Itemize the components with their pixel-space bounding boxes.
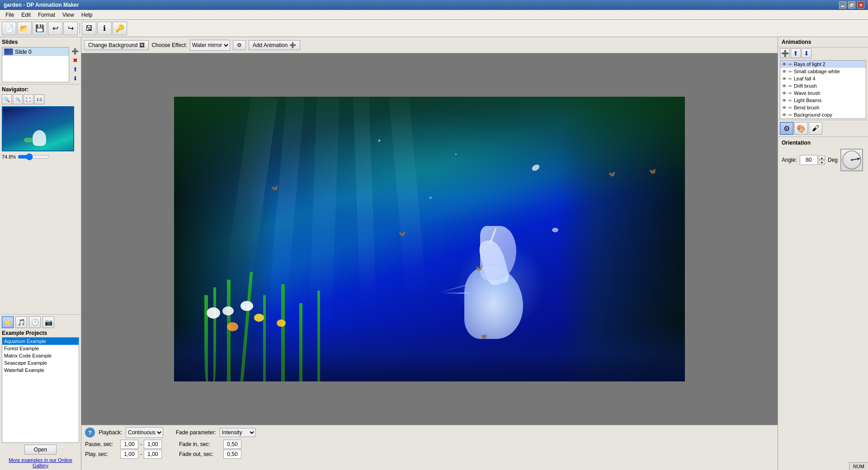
anim-visibility-icon: 👁 xyxy=(782,98,787,103)
key-button[interactable]: 🔑 xyxy=(113,22,127,35)
examples-label: Example Projects xyxy=(2,330,79,336)
zoom-percent: 74.8% xyxy=(2,154,16,160)
examples-list: Aquarium Example Forest Example Matrix C… xyxy=(2,337,79,443)
anim-item-lightbeams[interactable]: 👁 ✏ Light Beams xyxy=(780,97,866,104)
undo-button[interactable]: ↩ xyxy=(48,22,62,35)
play-input-2[interactable] xyxy=(144,450,162,459)
anim-visibility-icon: 👁 xyxy=(782,76,787,81)
menu-help[interactable]: Help xyxy=(78,11,96,19)
new-button[interactable]: 📄 xyxy=(2,22,16,35)
save-button[interactable]: 💾 xyxy=(33,22,47,35)
move-anim-down-button[interactable]: ⬇ xyxy=(802,48,811,58)
example-item-forest[interactable]: Forest Example xyxy=(2,345,79,352)
slides-header: Slides xyxy=(2,39,79,45)
anim-edit-icon: ✏ xyxy=(788,84,792,89)
example-item-aquarium[interactable]: Aquarium Example xyxy=(2,338,79,345)
window-title: garden - DP Animation Maker xyxy=(4,2,79,8)
add-animation-right-button[interactable]: ➕ xyxy=(780,48,790,58)
fade-out-label: Fade out, sec: xyxy=(179,451,220,457)
mode-tab-settings[interactable]: ⚙ xyxy=(780,122,793,135)
anim-name-lightbeams: Light Beams xyxy=(794,98,864,103)
video-icon[interactable]: 📷 xyxy=(42,316,54,328)
close-button[interactable]: ✕ xyxy=(857,1,864,9)
change-background-button[interactable]: Change Background 🖼 xyxy=(84,40,149,50)
favorites-icon[interactable]: ⭐ xyxy=(2,316,14,328)
anim-item-bend[interactable]: 👁 ✏ Bend brush xyxy=(780,104,866,111)
bottom-controls: ? Playback: Continuous Once Ping-pong Fa… xyxy=(81,425,778,470)
redo-button[interactable]: ↪ xyxy=(63,22,78,35)
pause-input-2[interactable] xyxy=(144,440,162,449)
left-panel: Slides Slide 0 ➕ ✖ ⬆ ⬇ Navigator: xyxy=(0,37,81,470)
playback-dropdown[interactable]: Continuous Once Ping-pong xyxy=(126,427,163,438)
fade-in-input[interactable] xyxy=(223,440,241,449)
orientation-dial-svg xyxy=(842,150,862,170)
remove-slide-button[interactable]: ✖ xyxy=(71,56,79,64)
add-slide-button[interactable]: ➕ xyxy=(71,47,79,55)
change-bg-icon: 🖼 xyxy=(139,42,145,48)
zoom-in-button[interactable]: 🔍 xyxy=(2,94,12,104)
menu-view[interactable]: View xyxy=(59,11,78,19)
mode-tab-color[interactable]: 🎨 xyxy=(794,122,808,135)
actual-size-button[interactable]: 1:1 xyxy=(34,94,44,104)
anim-visibility-icon: 👁 xyxy=(782,91,787,96)
anim-visibility-icon: 👁 xyxy=(782,113,787,118)
anim-item-rays[interactable]: 👁 ✏ Rays of light 2 xyxy=(780,61,866,68)
add-animation-button[interactable]: Add Animation ➕ xyxy=(249,40,300,50)
music-icon[interactable]: 🎵 xyxy=(15,316,27,328)
move-slide-up-button[interactable]: ⬆ xyxy=(71,65,79,73)
example-item-seascape[interactable]: Seascape Example xyxy=(2,359,79,367)
anim-visibility-icon: 👁 xyxy=(782,69,787,74)
anim-name-bend: Bend brush xyxy=(794,105,864,110)
anim-visibility-icon: 👁 xyxy=(782,62,787,67)
slides-section: Slides Slide 0 ➕ ✖ ⬆ ⬇ xyxy=(0,37,81,84)
fit-button[interactable]: ⛶ xyxy=(24,94,33,104)
zoom-out-button[interactable]: 🔍 xyxy=(13,94,23,104)
angle-increment-button[interactable]: ▲ xyxy=(819,155,825,160)
clock-icon[interactable]: 🕐 xyxy=(29,316,41,328)
angle-spinner: ▲ ▼ xyxy=(819,155,825,164)
info-button[interactable]: ℹ xyxy=(97,22,112,35)
move-anim-up-button[interactable]: ⬆ xyxy=(791,48,801,58)
move-slide-down-button[interactable]: ⬇ xyxy=(71,74,79,82)
help-button[interactable]: ? xyxy=(85,428,95,437)
anim-edit-icon: ✏ xyxy=(788,105,792,110)
more-examples-link[interactable]: More examples in our Online Gallery xyxy=(2,457,79,468)
effect-settings-button[interactable]: ⚙ xyxy=(233,40,246,50)
anim-item-leaf[interactable]: 👁 ✏ Leaf fall 4 xyxy=(780,75,866,82)
angle-input[interactable] xyxy=(800,155,818,165)
menu-file[interactable]: File xyxy=(2,11,18,19)
menu-edit[interactable]: Edit xyxy=(18,11,34,19)
anim-item-wave[interactable]: 👁 ✏ Wave brush xyxy=(780,89,866,97)
change-bg-label: Change Background xyxy=(88,42,137,48)
anim-item-background[interactable]: 👁 ✏ Background copy xyxy=(780,111,866,118)
example-item-waterfall[interactable]: Waterfall Example xyxy=(2,367,79,374)
fade-parameter-dropdown[interactable]: Intensity Speed Size xyxy=(220,428,256,437)
example-item-matrix[interactable]: Matrix Code Example xyxy=(2,352,79,359)
anim-item-drift[interactable]: 👁 ✏ Drift brush xyxy=(780,82,866,89)
menu-bar: File Edit Format View Help xyxy=(0,10,868,20)
fade-out-input[interactable] xyxy=(223,450,241,459)
minimize-button[interactable]: 🗕 xyxy=(839,1,846,9)
zoom-slider[interactable] xyxy=(18,153,49,160)
navigator-section: Navigator: 🔍 🔍 ⛶ 1:1 74.8% xyxy=(0,84,81,162)
pause-input-1[interactable] xyxy=(120,440,138,449)
publish-button[interactable]: 🖫 xyxy=(82,22,96,35)
play-input-1[interactable] xyxy=(120,450,138,459)
anim-edit-icon: ✏ xyxy=(788,98,792,103)
maximize-button[interactable]: 🗗 xyxy=(848,1,855,9)
open-example-button[interactable]: Open xyxy=(24,445,57,455)
menu-format[interactable]: Format xyxy=(34,11,59,19)
open-file-button[interactable]: 📂 xyxy=(17,22,32,35)
fade-in-label: Fade in, sec: xyxy=(179,441,220,447)
anim-name-cabbage: Small cabbage white xyxy=(794,69,864,74)
main-layout: Slides Slide 0 ➕ ✖ ⬆ ⬇ Navigator: xyxy=(0,37,868,470)
anim-item-cabbage[interactable]: 👁 ✏ Small cabbage white xyxy=(780,68,866,75)
orientation-dial[interactable] xyxy=(840,149,863,171)
effect-dropdown[interactable]: Water mirror Fire Smoke Snow Rain xyxy=(190,40,230,51)
mode-tab-paint[interactable]: 🖌 xyxy=(809,122,822,135)
anim-edit-icon: ✏ xyxy=(788,76,792,81)
slide-item[interactable]: Slide 0 xyxy=(2,47,69,56)
angle-decrement-button[interactable]: ▼ xyxy=(819,160,825,164)
fade-param-label: Fade parameter: xyxy=(176,429,216,436)
anim-name-leaf: Leaf fall 4 xyxy=(794,76,864,81)
